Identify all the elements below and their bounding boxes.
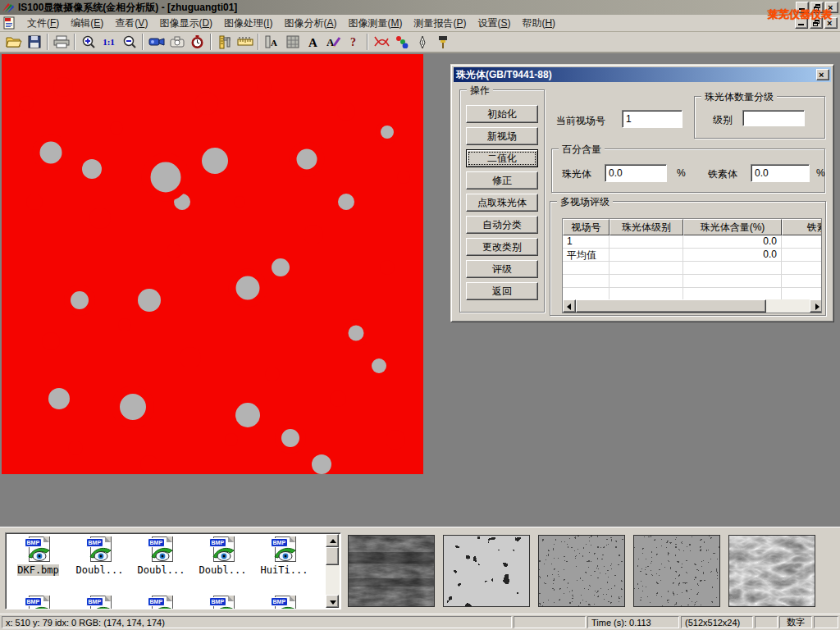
table-column-header[interactable]: 视场号 xyxy=(563,219,609,235)
scroll-thumb[interactable] xyxy=(326,547,339,565)
scroll-down-button[interactable] xyxy=(326,595,339,608)
table-column-header[interactable]: 铁素体含量(%) xyxy=(782,219,822,235)
menu-item[interactable]: 文件(F) xyxy=(21,15,65,32)
op-button-4[interactable]: 修正 xyxy=(466,171,538,189)
dialog-close-button[interactable]: × xyxy=(816,69,829,80)
open-folder-icon[interactable] xyxy=(3,33,24,51)
dialog-title-bar[interactable]: 珠光体(GB/T9441-88) × xyxy=(454,67,831,82)
file-name[interactable]: Doubl... xyxy=(76,564,124,576)
scroll-right-button[interactable] xyxy=(810,299,822,313)
thumbnail-1[interactable] xyxy=(348,535,435,607)
metallograph-image[interactable] xyxy=(2,54,423,474)
op-button-8[interactable]: 评级 xyxy=(466,260,538,278)
menu-item[interactable]: 编辑(E) xyxy=(65,15,109,32)
bmp-file-icon[interactable]: BMP xyxy=(271,596,299,609)
file-item[interactable]: BMPDoubl... xyxy=(130,536,192,576)
menu-item[interactable]: 查看(V) xyxy=(109,15,153,32)
menu-item[interactable]: 图像分析(A) xyxy=(278,15,342,32)
file-item[interactable]: BMP xyxy=(192,596,253,609)
file-item[interactable]: BMPDKF.bmp xyxy=(7,536,69,576)
timer-clock-icon[interactable] xyxy=(187,33,208,51)
zoom-out-icon[interactable] xyxy=(119,33,139,51)
menu-item[interactable]: 图像显示(D) xyxy=(153,15,218,32)
table-row[interactable] xyxy=(563,275,822,288)
pen-icon[interactable] xyxy=(412,33,432,51)
scroll-left-button[interactable] xyxy=(563,299,576,313)
file-item[interactable]: BMP xyxy=(69,596,130,609)
app-icon[interactable] xyxy=(2,2,15,13)
op-button-7[interactable]: 更改类别 xyxy=(466,238,538,256)
rating-table[interactable]: 视场号珠光体级别珠光体含量(%)铁素体含量(%) 10.0平均值0.0 xyxy=(562,218,822,313)
bmp-file-icon[interactable]: BMP xyxy=(25,596,52,609)
file-item[interactable]: BMPDoubl... xyxy=(192,536,253,576)
table-horizontal-scrollbar[interactable] xyxy=(563,299,822,313)
table-column-header[interactable]: 珠光体含量(%) xyxy=(683,219,782,235)
actual-size-icon[interactable]: 1:1 xyxy=(98,33,119,51)
file-list-scrollbar[interactable] xyxy=(326,534,340,608)
close-button[interactable]: × xyxy=(825,2,838,13)
ferrite-percent-input[interactable] xyxy=(751,164,810,182)
mdi-close-button[interactable]: × xyxy=(824,17,838,29)
save-icon[interactable] xyxy=(24,33,44,51)
brush-icon[interactable] xyxy=(432,33,453,51)
bmp-file-icon[interactable]: BMP xyxy=(86,596,114,609)
marker-balloons-icon[interactable] xyxy=(391,33,412,51)
restore-button[interactable] xyxy=(810,2,824,13)
file-item[interactable]: BMPHuiTi... xyxy=(253,536,315,576)
pearlite-percent-input[interactable] xyxy=(605,164,667,182)
annotate-icon[interactable]: A xyxy=(323,33,344,51)
mdi-minimize-button[interactable] xyxy=(795,17,808,29)
menu-item[interactable]: 测量报告(P) xyxy=(408,15,472,32)
scroll-thumb[interactable] xyxy=(576,299,766,313)
op-button-3[interactable]: 二值化 xyxy=(466,149,538,167)
mdi-restore-button[interactable] xyxy=(810,17,823,29)
file-item[interactable]: BMP xyxy=(253,596,315,609)
thumbnail-5[interactable] xyxy=(728,535,815,607)
level-input[interactable] xyxy=(742,110,805,126)
text-icon[interactable]: A xyxy=(303,33,323,51)
thumbnail-2[interactable] xyxy=(443,535,530,607)
minimize-button[interactable] xyxy=(796,2,809,13)
file-item[interactable]: BMP xyxy=(130,596,192,609)
grid-icon[interactable] xyxy=(282,33,303,51)
measure-caliper-icon[interactable]: A xyxy=(262,33,282,51)
current-field-input[interactable] xyxy=(622,110,682,128)
ruler-icon[interactable] xyxy=(235,33,255,51)
bmp-file-icon[interactable]: BMP xyxy=(271,536,299,563)
curve-tool-icon[interactable] xyxy=(371,33,391,51)
table-column-header[interactable]: 珠光体级别 xyxy=(609,219,683,235)
op-button-6[interactable]: 自动分类 xyxy=(466,216,538,234)
scroll-up-button[interactable] xyxy=(326,534,339,547)
op-button-2[interactable]: 新视场 xyxy=(466,127,538,145)
bmp-file-icon[interactable]: BMP xyxy=(86,536,114,563)
thumbnail-4[interactable] xyxy=(633,535,720,607)
file-name[interactable]: DKF.bmp xyxy=(17,564,59,576)
caliper-icon[interactable] xyxy=(214,33,235,51)
op-button-5[interactable]: 点取珠光体 xyxy=(466,194,538,212)
op-button-1[interactable]: 初始化 xyxy=(466,105,538,123)
file-item[interactable]: BMP xyxy=(7,596,69,609)
table-row[interactable]: 平均值0.0 xyxy=(563,249,822,262)
file-item[interactable]: BMPDoubl... xyxy=(69,536,130,576)
video-camera-icon[interactable] xyxy=(146,33,167,51)
bmp-file-icon[interactable]: BMP xyxy=(209,596,237,609)
menu-item[interactable]: 帮助(H) xyxy=(516,15,561,32)
bmp-file-icon[interactable]: BMP xyxy=(148,536,176,563)
document-icon[interactable] xyxy=(3,16,16,30)
bmp-file-icon[interactable]: BMP xyxy=(25,536,52,563)
menu-item[interactable]: 设置(S) xyxy=(472,15,516,32)
capture-camera-icon[interactable] xyxy=(167,33,187,51)
table-row[interactable]: 10.0 xyxy=(563,235,822,249)
file-name[interactable]: Doubl... xyxy=(199,564,247,576)
print-icon[interactable] xyxy=(51,33,71,51)
file-list[interactable]: BMPDKF.bmpBMPDoubl...BMPDoubl...BMPDoubl… xyxy=(5,532,341,609)
help-icon[interactable]: ? xyxy=(344,33,364,51)
bmp-file-icon[interactable]: BMP xyxy=(209,536,237,563)
bmp-file-icon[interactable]: BMP xyxy=(148,596,176,609)
file-name[interactable]: HuiTi... xyxy=(261,564,308,576)
menu-item[interactable]: 图像处理(I) xyxy=(218,15,278,32)
op-button-9[interactable]: 返回 xyxy=(466,282,538,300)
file-name[interactable]: Doubl... xyxy=(138,564,185,576)
thumbnail-3[interactable] xyxy=(538,535,625,607)
zoom-in-icon[interactable] xyxy=(78,33,98,51)
